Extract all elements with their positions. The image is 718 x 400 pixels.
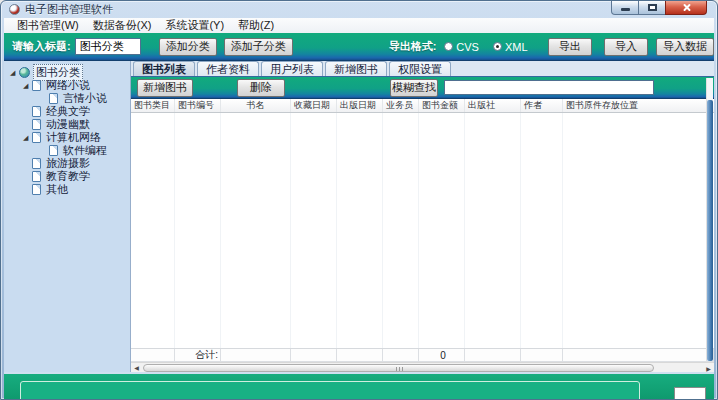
radio-xml-circle-icon (493, 42, 502, 51)
column-header[interactable]: 收藏日期 (291, 99, 337, 112)
scrollbar-thumb[interactable] (143, 364, 654, 372)
category-title-input[interactable] (75, 38, 141, 55)
summary-cell (383, 349, 419, 362)
table-column (465, 113, 521, 348)
radio-xml[interactable]: XML (493, 41, 528, 53)
status-panel (20, 381, 640, 399)
document-icon (32, 119, 41, 130)
expand-arrow-icon[interactable]: ◢ (10, 69, 19, 76)
table-column (131, 113, 175, 348)
column-header[interactable]: 图书金额 (419, 99, 465, 112)
app-window: 电子图书管理软件 图书管理(W) 数据备份(X) 系统设置(Y) 帮助(Z) 请… (0, 0, 718, 400)
minimize-button[interactable] (611, 1, 639, 15)
bottom-right-button[interactable] (674, 387, 706, 399)
summary-cell (337, 349, 383, 362)
column-header[interactable]: 书名 (221, 99, 291, 112)
column-header[interactable]: 业务员 (383, 99, 419, 112)
expand-arrow-icon[interactable]: ◢ (23, 82, 32, 89)
app-logo-icon (9, 4, 20, 15)
maximize-icon (648, 4, 657, 11)
scroll-left-icon[interactable]: ◀ (131, 363, 142, 373)
main-area: ◢ 图书分类 ◢ 网络小说 言情小说 经典文 (4, 61, 714, 374)
menu-book-management[interactable]: 图书管理(W) (10, 18, 86, 33)
radio-xml-label: XML (505, 41, 528, 53)
scrollbar-grip-icon (396, 367, 403, 371)
column-header[interactable]: 出版社 (465, 99, 521, 112)
action-bar: 新增图书 删除 模糊查找 (131, 77, 714, 99)
summary-row: 合计: 0 (131, 348, 714, 362)
column-header[interactable]: 作者 (521, 99, 563, 112)
delete-button[interactable]: 删除 (237, 79, 285, 97)
tab-user-list[interactable]: 用户列表 (261, 61, 323, 76)
column-header[interactable]: 图书类目 (131, 99, 175, 112)
content-area: 图书列表 作者资料 用户列表 新增图书 权限设置 新增图书 删除 模糊查找 (131, 61, 714, 372)
document-icon (32, 158, 41, 169)
menu-data-backup[interactable]: 数据备份(X) (86, 18, 159, 33)
table-column (563, 113, 714, 348)
menu-system-settings[interactable]: 系统设置(Y) (158, 18, 231, 33)
column-header[interactable]: 图书编号 (175, 99, 221, 112)
title-bar: 电子图书管理软件 (1, 1, 717, 18)
search-input[interactable] (444, 80, 654, 95)
column-header[interactable]: 出版日期 (337, 99, 383, 112)
tab-permission-settings[interactable]: 权限设置 (389, 61, 451, 76)
title-input-label: 请输入标题: (12, 39, 71, 54)
maximize-button[interactable] (639, 1, 665, 15)
document-icon (49, 145, 58, 156)
tree-item-other[interactable]: 其他 (4, 183, 130, 196)
summary-label: 合计: (175, 349, 221, 362)
summary-cell (291, 349, 337, 362)
table-column (521, 113, 563, 348)
table-column (419, 113, 465, 348)
summary-cell (131, 349, 175, 362)
add-category-button[interactable]: 添加分类 (159, 38, 217, 56)
radio-cvs[interactable]: CVS (444, 41, 479, 53)
table-column (337, 113, 383, 348)
vertical-scrollbar[interactable] (706, 78, 713, 361)
screenshot: 电子图书管理软件 图书管理(W) 数据备份(X) 系统设置(Y) 帮助(Z) 请… (0, 0, 718, 400)
document-icon (32, 106, 41, 117)
menu-help[interactable]: 帮助(Z) (231, 18, 281, 33)
add-book-button[interactable]: 新增图书 (137, 79, 193, 97)
fuzzy-search-button[interactable]: 模糊查找 (390, 79, 438, 97)
window-controls (611, 1, 707, 15)
window-title: 电子图书管理软件 (25, 2, 113, 17)
toolbar: 请输入标题: 添加分类 添加子分类 导出格式: CVS XML 导出 导入 导入… (4, 33, 714, 61)
table-column (175, 113, 221, 348)
summary-cell (521, 349, 563, 362)
horizontal-scrollbar[interactable]: ◀ ▶ (131, 362, 714, 372)
import-data-button[interactable]: 导入数据 (656, 38, 714, 56)
table-header: 图书类目 图书编号 书名 收藏日期 出版日期 业务员 图书金额 出版社 作者 图… (131, 99, 714, 113)
table-column (221, 113, 291, 348)
document-icon (32, 184, 41, 195)
summary-cell (465, 349, 521, 362)
tab-add-book[interactable]: 新增图书 (325, 61, 387, 76)
vertical-scrollbar-thumb[interactable] (707, 100, 713, 361)
close-button[interactable] (665, 1, 707, 15)
radio-cvs-circle-icon (444, 42, 453, 51)
document-icon (32, 132, 41, 143)
summary-cell (563, 349, 714, 362)
scroll-right-icon[interactable]: ▶ (703, 363, 714, 373)
minimize-icon (621, 8, 630, 11)
status-bar (4, 374, 714, 399)
client-area: 图书管理(W) 数据备份(X) 系统设置(Y) 帮助(Z) 请输入标题: 添加分… (4, 18, 714, 399)
tab-author-info[interactable]: 作者资料 (197, 61, 259, 76)
tab-book-list[interactable]: 图书列表 (133, 61, 195, 76)
export-button[interactable]: 导出 (548, 38, 592, 56)
table-body (131, 113, 714, 348)
column-header[interactable]: 图书原件存放位置 (563, 99, 714, 112)
export-format-label: 导出格式: (389, 39, 437, 54)
category-tree: ◢ 图书分类 ◢ 网络小说 言情小说 经典文 (4, 61, 131, 372)
close-icon (682, 3, 691, 12)
table-column (383, 113, 419, 348)
expand-arrow-icon[interactable]: ◢ (23, 134, 32, 141)
globe-icon (19, 67, 30, 78)
summary-cell (221, 349, 291, 362)
tab-strip: 图书列表 作者资料 用户列表 新增图书 权限设置 (131, 61, 714, 77)
add-subcategory-button[interactable]: 添加子分类 (224, 38, 293, 56)
document-icon (49, 93, 58, 104)
import-button[interactable]: 导入 (604, 38, 648, 56)
document-icon (32, 80, 41, 91)
table-column (291, 113, 337, 348)
